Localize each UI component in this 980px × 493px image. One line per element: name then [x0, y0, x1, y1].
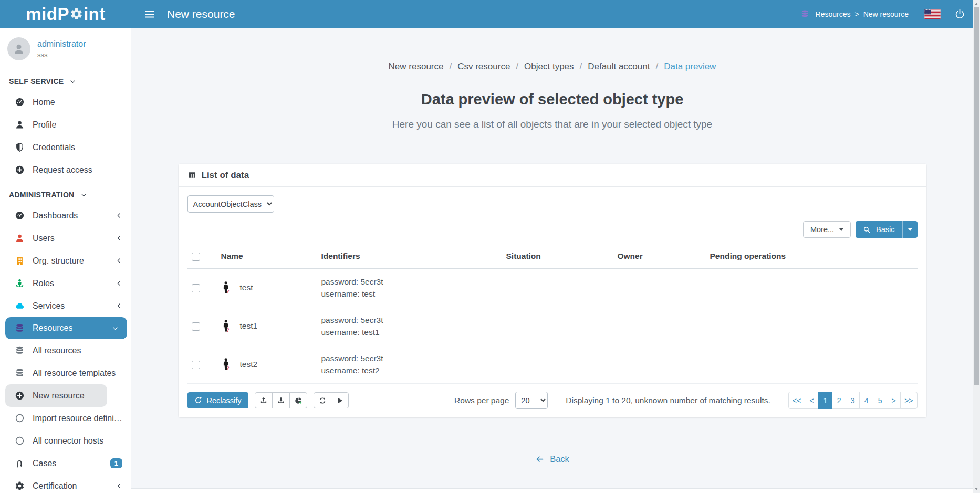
navbar-breadcrumb-resources[interactable]: Resources [816, 10, 851, 18]
row-situation [502, 307, 613, 345]
sidebar-item-org-structure[interactable]: Org. structure [0, 249, 131, 272]
account-person-icon: ? [221, 319, 232, 333]
row-identifier: password: 5ecr3t [321, 352, 498, 364]
chevron-down-icon [112, 325, 119, 332]
page-3[interactable]: 3 [846, 392, 860, 409]
sidebar-item-new-resource[interactable]: New resource [5, 384, 107, 407]
sidebar-section-self-service[interactable]: SELF SERVICE [0, 72, 131, 91]
more-search-options-button[interactable]: More... [803, 221, 851, 238]
data-table: Name Identifiers Situation Owner Pending… [187, 244, 918, 384]
sidebar-item-services[interactable]: Services [0, 295, 131, 317]
sidebar-item-all-connector-hosts[interactable]: All connector hosts [0, 429, 131, 452]
dashboard-icon [15, 97, 25, 107]
page-1[interactable]: 1 [818, 392, 832, 409]
scrollbar-thumb[interactable] [974, 7, 979, 385]
sidebar-item-label: Import resource definit… [33, 414, 122, 423]
breadcrumb-separator: / [449, 61, 452, 71]
chevron-left-icon [116, 212, 122, 219]
row-checkbox[interactable] [192, 361, 200, 369]
circle-outline-icon [15, 413, 25, 423]
pie-chart-plus-icon [294, 396, 303, 405]
wizard-step-object-types[interactable]: Object types [524, 61, 574, 71]
reclassify-button[interactable]: Reclassify [187, 392, 248, 408]
page-4[interactable]: 4 [859, 392, 873, 409]
download-icon [277, 396, 285, 405]
refresh-button[interactable] [314, 392, 331, 408]
search-mode-dropdown-toggle[interactable] [902, 221, 918, 238]
page-last[interactable]: >> [900, 392, 917, 409]
object-class-select[interactable]: AccountObjectClass [187, 195, 274, 213]
row-checkbox[interactable] [192, 322, 200, 331]
row-checkbox[interactable] [192, 284, 200, 292]
page-prev[interactable]: < [805, 392, 819, 409]
sidebar-item-label: All resource templates [33, 369, 116, 378]
pagination: <<<12345>>> [788, 392, 918, 409]
wizard-step-new-resource[interactable]: New resource [389, 61, 444, 71]
resource-database-icon [800, 9, 809, 18]
gear-icon [70, 7, 83, 20]
sidebar-item-home[interactable]: Home [0, 91, 131, 113]
row-pending-operations [706, 345, 918, 384]
scroll-up-arrow-icon[interactable] [975, 3, 978, 5]
wizard-step-csv-resource[interactable]: Csv resource [457, 61, 510, 71]
panel-title: List of data [202, 170, 249, 181]
table-row[interactable]: ?test1password: 5ecr3tusername: test1 [187, 307, 918, 345]
resume-paging-button[interactable] [331, 392, 349, 408]
paging-summary: Displaying 1 to 20, unknown number of ma… [566, 396, 770, 405]
page-first[interactable]: << [788, 392, 805, 409]
sidebar-item-import-resource-definition[interactable]: Import resource definit… [0, 407, 131, 429]
logout-power-icon[interactable] [954, 8, 965, 19]
user-name-link[interactable]: administrator [37, 39, 86, 49]
chevron-left-icon [116, 257, 122, 264]
upload-button[interactable] [255, 392, 273, 408]
select-all-checkbox[interactable] [192, 253, 200, 261]
sidebar-item-all-resources[interactable]: All resources [0, 339, 131, 362]
sidebar-item-certification[interactable]: Certification [0, 475, 131, 493]
row-identifier: username: test [321, 288, 498, 300]
sidebar-item-resources[interactable]: Resources [5, 317, 127, 339]
wizard-step-data-preview[interactable]: Data preview [664, 61, 716, 71]
sidebar-item-roles[interactable]: Roles [0, 272, 131, 295]
rows-per-page-select[interactable]: 20 [515, 392, 548, 409]
download-button[interactable] [272, 392, 290, 408]
sidebar-item-users[interactable]: Users [0, 227, 131, 249]
column-header-name[interactable]: Name [217, 244, 317, 269]
basic-search-button[interactable]: Basic [856, 221, 917, 238]
row-name: test [240, 283, 253, 292]
logo-text: int [84, 4, 106, 24]
sidebar-item-profile[interactable]: Profile [0, 113, 131, 136]
wizard-step-default-account[interactable]: Default account [588, 61, 650, 71]
avatar[interactable] [7, 37, 30, 60]
table-row[interactable]: ?testpassword: 5ecr3tusername: test [187, 269, 918, 307]
sidebar-item-label: All connector hosts [33, 436, 103, 446]
create-report-button[interactable] [289, 392, 307, 408]
sidebar-item-credentials[interactable]: Credentials [0, 136, 131, 159]
column-header-identifiers: Identifiers [317, 244, 502, 269]
sidebar-item-cases[interactable]: Cases1 [0, 452, 131, 475]
top-navbar: midPint New resource Resources > New res… [0, 0, 980, 28]
svg-text:?: ? [226, 327, 229, 333]
midpoint-logo[interactable]: midPint [0, 4, 131, 24]
navbar-breadcrumb-new-resource[interactable]: New resource [863, 10, 909, 18]
page-title: Data preview of selected object type [131, 91, 973, 108]
page-5[interactable]: 5 [873, 392, 887, 409]
certification-icon [15, 481, 25, 491]
scroll-down-arrow-icon[interactable] [975, 488, 978, 490]
rows-per-page-label: Rows per page [454, 396, 509, 405]
user-panel: administrator sss [0, 28, 131, 68]
scrollbar[interactable] [973, 0, 980, 493]
page-2[interactable]: 2 [832, 392, 846, 409]
back-button[interactable]: Back [131, 454, 973, 464]
language-flag-us-icon[interactable] [924, 9, 941, 19]
page-next[interactable]: > [887, 392, 901, 409]
table-row[interactable]: ?test2password: 5ecr3tusername: test2 [187, 345, 918, 384]
sidebar-item-label: Resources [33, 323, 72, 333]
sidebar-item-request-access[interactable]: Request access [0, 159, 131, 181]
row-owner [613, 269, 706, 307]
sidebar-item-dashboards[interactable]: Dashboards [0, 204, 131, 227]
sidebar-section-administration[interactable]: ADMINISTRATION [0, 185, 131, 204]
sidebar: administrator sss SELF SERVICE HomeProfi… [0, 28, 131, 493]
breadcrumb-separator: / [655, 61, 658, 71]
hamburger-menu-button[interactable] [143, 7, 157, 21]
sidebar-item-all-resource-templates[interactable]: All resource templates [0, 362, 131, 384]
